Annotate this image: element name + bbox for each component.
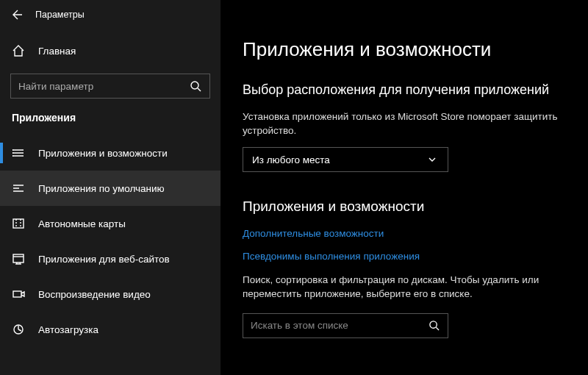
sidebar-nav: Приложения и возможности Приложения по у… bbox=[0, 135, 220, 347]
sidebar-section-heading: Приложения bbox=[0, 99, 220, 129]
sidebar-item-apps-for-websites[interactable]: Приложения для веб-сайтов bbox=[0, 241, 220, 276]
sidebar-item-startup[interactable]: Автозагрузка bbox=[0, 312, 220, 347]
svg-rect-3 bbox=[13, 291, 21, 297]
sidebar-item-video-playback[interactable]: Воспроизведение видео bbox=[0, 276, 220, 312]
sidebar-search-input[interactable]: Найти параметр bbox=[10, 74, 210, 99]
home-nav-item[interactable]: Главная bbox=[0, 35, 220, 66]
window-title: Параметры bbox=[35, 10, 85, 20]
sidebar-item-label: Автозагрузка bbox=[38, 324, 98, 335]
link-optional-features[interactable]: Дополнительные возможности bbox=[243, 228, 566, 239]
sidebar-item-label: Автономные карты bbox=[38, 218, 126, 229]
video-playback-icon bbox=[12, 288, 25, 301]
svg-rect-1 bbox=[13, 219, 24, 228]
apps-websites-icon bbox=[12, 252, 25, 265]
sidebar: Параметры Главная Найти параметр Приложе… bbox=[0, 0, 220, 375]
home-icon bbox=[12, 44, 25, 57]
svg-point-5 bbox=[429, 321, 436, 328]
offline-maps-icon bbox=[12, 217, 25, 230]
link-execution-aliases[interactable]: Псевдонимы выполнения приложения bbox=[243, 251, 566, 262]
sidebar-item-offline-maps[interactable]: Автономные карты bbox=[0, 206, 220, 241]
titlebar: Параметры bbox=[0, 0, 220, 29]
sidebar-item-label: Приложения по умолчанию bbox=[38, 183, 165, 194]
apps-features-icon bbox=[12, 146, 25, 160]
app-source-dropdown[interactable]: Из любого места bbox=[243, 147, 448, 172]
startup-icon bbox=[12, 323, 25, 336]
sidebar-item-apps-features[interactable]: Приложения и возможности bbox=[0, 135, 220, 171]
sidebar-item-default-apps[interactable]: Приложения по умолчанию bbox=[0, 171, 220, 206]
search-icon bbox=[427, 319, 440, 332]
app-source-description: Установка приложений только из Microsoft… bbox=[243, 110, 566, 138]
sidebar-search-placeholder: Найти параметр bbox=[18, 81, 93, 92]
app-source-heading: Выбор расположения для получения приложе… bbox=[243, 82, 566, 99]
page-title: Приложения и возможности bbox=[243, 38, 566, 61]
search-icon bbox=[189, 79, 202, 93]
svg-rect-2 bbox=[13, 254, 24, 262]
chevron-down-icon bbox=[426, 153, 439, 166]
home-label: Главная bbox=[38, 46, 76, 57]
sidebar-item-label: Приложения для веб-сайтов bbox=[38, 254, 170, 265]
main-content: Приложения и возможности Выбор расположе… bbox=[220, 0, 588, 375]
sidebar-item-label: Воспроизведение видео bbox=[38, 289, 151, 300]
back-arrow-icon[interactable] bbox=[10, 9, 22, 21]
sidebar-item-label: Приложения и возможности bbox=[38, 148, 168, 159]
default-apps-icon bbox=[12, 182, 25, 195]
apps-section-description: Поиск, сортировка и фильтрация по дискам… bbox=[243, 274, 566, 301]
svg-point-0 bbox=[191, 82, 198, 89]
apps-search-placeholder: Искать в этом списке bbox=[251, 320, 348, 331]
apps-search-input[interactable]: Искать в этом списке bbox=[243, 313, 448, 338]
apps-section-heading: Приложения и возможности bbox=[243, 199, 566, 215]
dropdown-value: Из любого места bbox=[252, 154, 330, 165]
